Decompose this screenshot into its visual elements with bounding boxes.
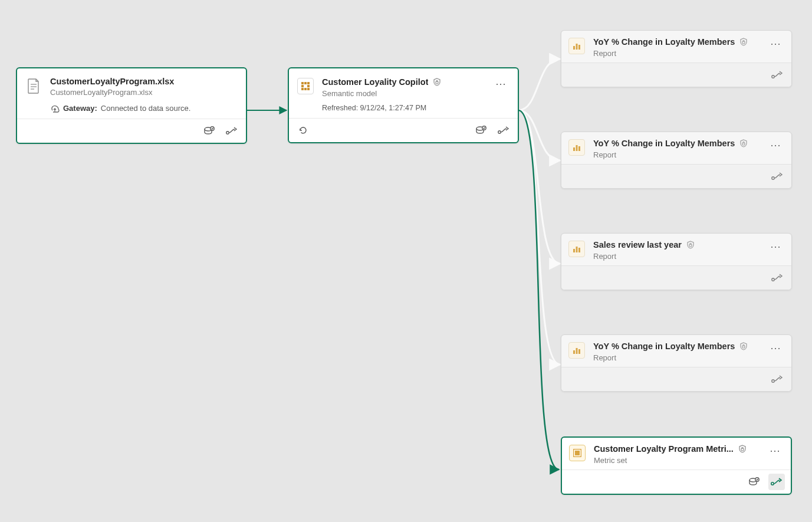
svg-rect-21	[578, 45, 580, 50]
svg-point-44	[771, 482, 774, 485]
sensitivity-badge-icon	[738, 37, 749, 47]
svg-rect-29	[573, 249, 575, 252]
credentials-icon[interactable]	[201, 123, 218, 139]
svg-rect-12	[301, 88, 304, 90]
svg-rect-40	[575, 451, 580, 455]
svg-rect-10	[301, 85, 304, 87]
svg-rect-35	[576, 348, 578, 354]
semantic-model-type: Semantic model	[322, 89, 485, 98]
lineage-icon[interactable]	[769, 168, 785, 185]
svg-rect-15	[436, 82, 438, 84]
svg-rect-22	[742, 42, 745, 44]
output-card[interactable]: YoY % Change in Loyalty Members Report ⋯	[561, 30, 792, 87]
output-card[interactable]: YoY % Change in Loyalty Members Report ⋯	[561, 132, 792, 189]
svg-rect-26	[578, 146, 580, 151]
svg-point-28	[772, 177, 774, 179]
lineage-icon[interactable]	[768, 474, 785, 490]
sensitivity-badge-icon	[432, 77, 442, 87]
gateway-status-text: Connected to data source.	[101, 104, 191, 113]
svg-rect-20	[576, 44, 578, 50]
output-card-highlighted[interactable]: Customer Loyalty Program Metri... Metric…	[561, 436, 792, 495]
output-card-type: Metric set	[594, 456, 759, 465]
svg-rect-13	[304, 88, 307, 90]
output-card[interactable]: YoY % Change in Loyalty Members Report ⋯	[561, 334, 792, 392]
svg-rect-30	[576, 247, 578, 252]
more-options-button[interactable]: ⋯	[768, 341, 784, 355]
svg-rect-7	[301, 82, 304, 84]
refresh-icon[interactable]	[295, 122, 311, 139]
report-icon	[568, 139, 585, 156]
file-icon	[25, 78, 42, 94]
sensitivity-badge-icon	[738, 341, 749, 352]
svg-point-23	[772, 75, 774, 78]
output-card-title: Customer Loyalty Program Metri...	[594, 444, 734, 454]
output-card-type: Report	[593, 150, 760, 159]
semantic-model-icon	[297, 78, 314, 94]
svg-rect-36	[578, 349, 580, 354]
sensitivity-badge-icon	[737, 444, 748, 454]
gateway-status-row: Gateway: Connected to data source.	[50, 104, 238, 113]
output-card-type: Report	[593, 353, 760, 362]
output-card-type: Report	[593, 252, 760, 261]
svg-point-18	[498, 131, 501, 133]
output-card[interactable]: Sales review last year Report ⋯	[561, 233, 792, 290]
more-options-button[interactable]: ⋯	[767, 444, 784, 458]
more-options-button[interactable]: ⋯	[768, 239, 784, 254]
lineage-icon[interactable]	[769, 67, 785, 83]
report-icon	[568, 38, 585, 54]
output-card-title: Sales review last year	[593, 240, 682, 249]
svg-rect-19	[573, 46, 575, 50]
source-file-card[interactable]: CustomerLoyaltyProgram.xlsx CustomerLoya…	[16, 67, 247, 144]
lineage-icon[interactable]	[769, 270, 785, 286]
refreshed-label: Refreshed: 9/12/24, 1:27:47 PM	[322, 104, 485, 112]
svg-rect-25	[576, 145, 578, 151]
svg-point-38	[772, 380, 774, 382]
svg-rect-32	[689, 245, 692, 247]
semantic-model-title: Customer Loyality Copilot	[322, 77, 428, 87]
report-icon	[568, 241, 585, 257]
more-options-button[interactable]: ⋯	[768, 138, 784, 152]
more-options-button[interactable]: ⋯	[493, 77, 509, 91]
output-card-type: Report	[593, 49, 760, 58]
svg-rect-9	[307, 82, 310, 84]
lineage-icon[interactable]	[495, 122, 512, 139]
output-card-title: YoY % Change in Loyalty Members	[593, 37, 735, 47]
svg-rect-27	[742, 143, 745, 146]
svg-rect-37	[742, 346, 745, 349]
output-card-title: YoY % Change in Loyalty Members	[593, 139, 735, 148]
semantic-model-card[interactable]: Customer Loyality Copilot Semantic model…	[288, 67, 519, 143]
sensitivity-badge-icon	[738, 138, 749, 149]
output-card-title: YoY % Change in Loyalty Members	[593, 342, 735, 351]
svg-point-6	[226, 132, 229, 134]
gateway-label: Gateway:	[63, 104, 97, 113]
source-file-title: CustomerLoyaltyProgram.xlsx	[50, 77, 174, 86]
credentials-icon[interactable]	[473, 122, 489, 139]
svg-rect-8	[304, 82, 307, 84]
source-file-subtitle: CustomerLoyaltyProgram.xlsx	[50, 88, 238, 97]
sensitivity-badge-icon	[685, 239, 696, 250]
svg-rect-34	[573, 350, 575, 354]
metric-set-icon	[569, 445, 586, 461]
svg-rect-24	[573, 147, 575, 151]
svg-rect-11	[307, 85, 310, 87]
lineage-icon[interactable]	[223, 123, 240, 139]
svg-rect-31	[578, 248, 580, 252]
credentials-icon[interactable]	[746, 474, 762, 490]
lineage-icon[interactable]	[769, 371, 785, 388]
report-icon	[568, 342, 585, 359]
more-options-button[interactable]: ⋯	[768, 37, 784, 51]
svg-rect-41	[741, 449, 744, 451]
svg-point-33	[772, 278, 774, 281]
svg-rect-14	[307, 88, 310, 90]
